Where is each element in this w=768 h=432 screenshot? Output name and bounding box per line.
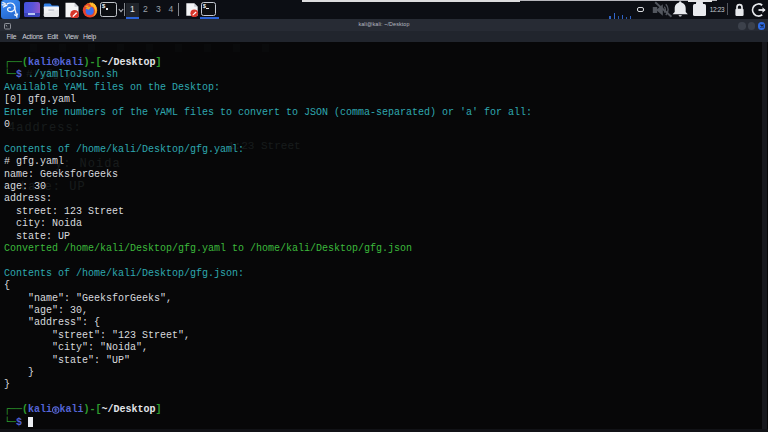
svg-text:12:23: 12:23 [710,6,725,13]
